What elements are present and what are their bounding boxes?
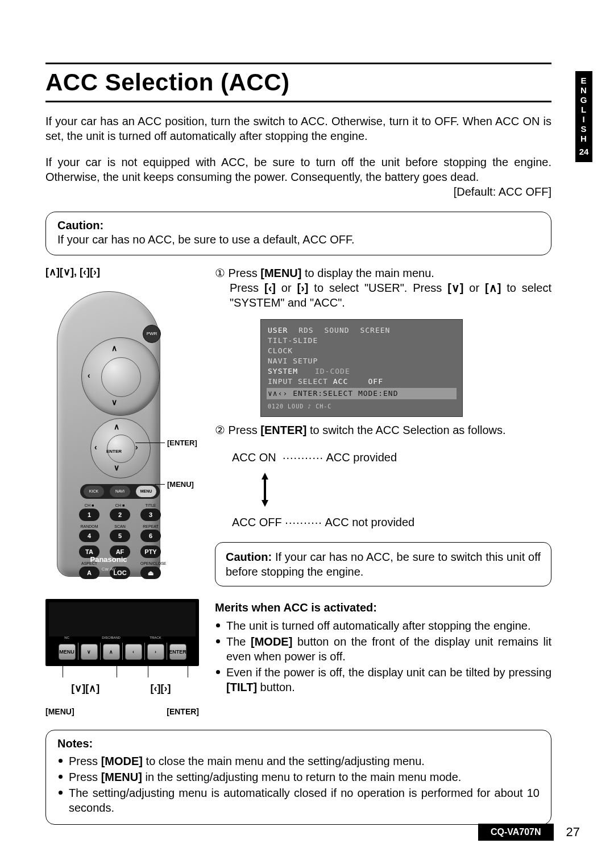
caution-box-2: Caution: If your car has no ACC, be sure…: [215, 542, 551, 586]
top-rule: [45, 63, 551, 64]
volume-ring: ∧∨ ‹›: [81, 337, 160, 416]
callout-menu: [MENU]: [167, 480, 194, 489]
notes-label: Notes:: [57, 737, 540, 750]
navigation-strip: KICK NAVI MENU: [80, 484, 160, 499]
page-title: ACC Selection (ACC): [45, 69, 551, 96]
list-item: Press [MODE] to close the main menu and …: [57, 754, 540, 768]
enter-small-label: ENTER: [106, 449, 122, 454]
page-number: 27: [566, 825, 580, 840]
notes-box: Notes: Press [MODE] to close the main me…: [45, 730, 551, 825]
remote-illustration: PWR ∧∨ ‹› ∧ ∨ ‹ › ENTER KICK NAVI: [45, 283, 199, 584]
faceplate-button: ENTER: [169, 644, 186, 660]
brand-label: Panasonic: [57, 555, 160, 564]
merits-list: The unit is turned off automatically aft…: [215, 618, 551, 695]
carav-label: Car AV: [57, 567, 160, 572]
faceplate-button: ∧: [103, 644, 120, 660]
list-item: The setting/adjusting menu is automatica…: [57, 786, 540, 815]
language-tab: ENGLISH 24: [575, 71, 592, 162]
step-1-detail: Press [‹] or [›] to select "USER". Press…: [215, 280, 551, 310]
faceplate-button: MENU: [59, 644, 76, 660]
notes-list: Press [MODE] to close the main menu and …: [57, 754, 540, 815]
faceplate-syms-left: [∨][∧]: [47, 682, 124, 695]
step-1: ① Press [MENU] to display the main menu.: [215, 266, 551, 280]
enter-ring: ∧ ∨ ‹ ›: [90, 418, 151, 478]
language-tab-number: 24: [575, 147, 592, 156]
faceplate-enter-label: [ENTER]: [167, 707, 199, 716]
merits-heading: Merits when ACC is activated:: [215, 600, 551, 615]
faceplate-button: ‹: [125, 644, 142, 660]
caution-text: If your car has no ACC, be sure to use a…: [57, 232, 540, 247]
default-label: [Default: ACC OFF]: [454, 184, 551, 199]
acc-toggle-diagram: ACC ON ··········· ACC provided ACC OFF …: [232, 450, 551, 530]
page-footer: CQ-VA707N 27: [45, 824, 580, 841]
callout-enter: [ENTER]: [167, 439, 197, 447]
list-item: The [MODE] button on the front of the di…: [215, 634, 551, 664]
intro-paragraph-1: If your car has an ACC position, turn th…: [45, 114, 551, 143]
menu-screenshot: USER RDS SOUND SCREEN TILT-SLIDE CLOCK N…: [260, 319, 463, 417]
model-number: CQ-VA707N: [478, 824, 554, 841]
step-2: ② Press [ENTER] to switch the ACC Select…: [215, 423, 551, 437]
arrow-keys-label: [∧][∨], [‹][›]: [45, 266, 199, 278]
faceplate-syms-right: [‹][›]: [124, 683, 198, 695]
faceplate-menu-label: [MENU]: [45, 707, 74, 716]
faceplate-button: ›: [147, 644, 164, 660]
pwr-button-icon: PWR: [143, 325, 161, 343]
updown-arrow-icon: [260, 472, 267, 508]
caution-label: Caution:: [57, 219, 540, 232]
title-underline: [45, 101, 551, 102]
intro-paragraph-2: If your car is not equipped with ACC, be…: [45, 155, 551, 184]
list-item: Press [MENU] in the setting/adjusting me…: [57, 770, 540, 784]
list-item: Even if the power is off, the display un…: [215, 665, 551, 695]
list-item: The unit is turned off automatically aft…: [215, 618, 551, 633]
caution-box: Caution: If your car has no ACC, be sure…: [45, 212, 551, 255]
faceplate-button: ∨: [81, 644, 98, 660]
faceplate-illustration: NCMENU∨DISC/BAND∧‹TRACK›ENTER [∨][∧][‹][…: [45, 599, 199, 716]
